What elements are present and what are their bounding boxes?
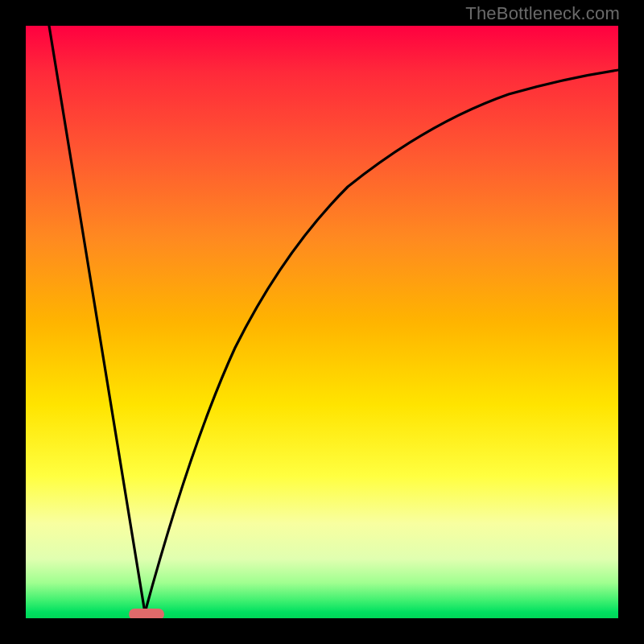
watermark-text: TheBottleneck.com	[465, 3, 620, 24]
plot-area	[26, 26, 618, 618]
bottleneck-marker	[129, 609, 164, 618]
chart-frame: TheBottleneck.com	[0, 0, 644, 644]
background-gradient	[26, 26, 618, 618]
